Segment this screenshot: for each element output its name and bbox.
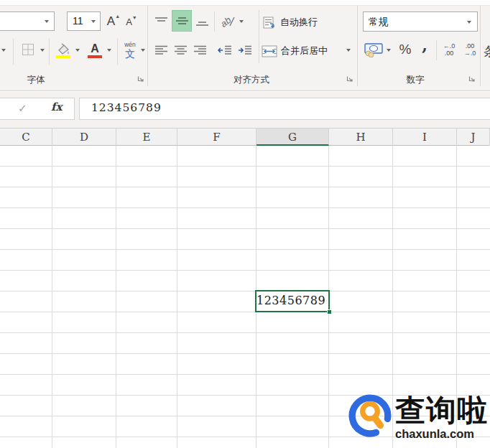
- middle-align-icon: [175, 15, 189, 27]
- insert-function-icon[interactable]: fx: [51, 101, 62, 113]
- column-header-F[interactable]: F: [177, 129, 256, 146]
- align-left-icon: [154, 45, 168, 56]
- increase-decimal-bottom: .00: [445, 50, 454, 57]
- chevron-down-icon[interactable]: [40, 49, 45, 52]
- column-header-D[interactable]: D: [52, 129, 116, 146]
- gridline-vertical: [177, 146, 177, 448]
- caret-up-icon: ▲: [115, 14, 120, 19]
- column-header-G[interactable]: G: [256, 129, 329, 146]
- ribbon-top-strip: [0, 0, 490, 6]
- align-right-button[interactable]: [191, 41, 209, 60]
- column-header-C[interactable]: C: [0, 129, 52, 146]
- merge-center-icon: [262, 45, 277, 57]
- alignment-dialog-launcher-icon[interactable]: [346, 75, 354, 83]
- selected-cell[interactable]: 123456789: [255, 290, 330, 312]
- increase-indent-icon: [238, 45, 252, 56]
- number-format-value: 常规: [369, 16, 388, 29]
- percent-style-button[interactable]: %: [395, 40, 415, 59]
- formula-bar: ✓ fx 123456789: [0, 92, 490, 128]
- phonetic-guide-button[interactable]: wén 文: [121, 37, 139, 63]
- chevron-down-icon[interactable]: [239, 20, 244, 23]
- separator: [436, 40, 437, 60]
- chevron-down-icon[interactable]: [141, 49, 145, 52]
- chevron-down-icon[interactable]: [75, 49, 80, 52]
- chevron-down-icon[interactable]: [91, 20, 96, 23]
- font-dialog-launcher-icon[interactable]: [137, 75, 145, 83]
- align-center-icon: [174, 45, 188, 56]
- separator: [13, 39, 14, 65]
- font-name-combobox[interactable]: [0, 11, 55, 31]
- decrease-decimal-bottom: →.0: [464, 50, 476, 57]
- increase-decimal-top: ←.0: [443, 42, 456, 50]
- enter-formula-icon[interactable]: ✓: [18, 102, 27, 115]
- increase-indent-button[interactable]: [236, 41, 254, 60]
- chevron-down-icon[interactable]: [107, 49, 111, 52]
- font-color-button[interactable]: A: [85, 39, 105, 62]
- phonetic-pinyin-label: wén: [124, 42, 136, 48]
- decrease-indent-button[interactable]: [216, 41, 234, 60]
- chevron-down-icon[interactable]: [346, 49, 351, 52]
- bottom-align-icon: [195, 17, 209, 27]
- number-group-label: 数字: [387, 73, 444, 87]
- formula-value: 123456789: [91, 101, 162, 114]
- bottom-align-button[interactable]: [193, 12, 211, 31]
- chevron-down-icon[interactable]: [1, 49, 6, 52]
- column-header-I[interactable]: I: [393, 129, 457, 146]
- group-separator: [357, 6, 358, 86]
- fill-handle[interactable]: [327, 309, 332, 314]
- excel-window: 11 A ▲ A ▼: [0, 0, 490, 448]
- number-dialog-launcher-icon[interactable]: [468, 75, 476, 83]
- banknote-icon: [364, 42, 383, 57]
- font-color-letter: A: [91, 43, 99, 54]
- fill-color-button[interactable]: [53, 39, 73, 62]
- phonetic-char-label: 文: [125, 48, 135, 60]
- caret-down-icon: ▼: [132, 15, 137, 20]
- column-header-E[interactable]: E: [116, 129, 177, 146]
- shrink-font-button[interactable]: A ▼: [123, 11, 140, 32]
- chevron-down-icon[interactable]: [467, 21, 471, 24]
- formula-input[interactable]: 123456789: [79, 98, 490, 120]
- merge-center-button[interactable]: 合并后居中: [262, 42, 342, 60]
- increase-decimal-button[interactable]: ←.0 .00: [439, 40, 459, 59]
- borders-button[interactable]: [19, 40, 37, 59]
- column-header-J[interactable]: J: [457, 129, 490, 146]
- middle-align-button[interactable]: [172, 10, 192, 32]
- font-color-bar: [88, 55, 102, 58]
- font-group-label: 字体: [14, 73, 57, 87]
- separator: [117, 39, 118, 65]
- wrap-text-button[interactable]: 自动换行: [263, 13, 335, 32]
- magnifier-logo-icon: [348, 393, 392, 438]
- align-left-button[interactable]: [152, 41, 170, 60]
- decrease-indent-icon: [218, 45, 232, 56]
- separator: [259, 10, 259, 63]
- grow-font-label: A: [107, 14, 115, 29]
- align-right-icon: [193, 45, 207, 56]
- grow-font-button[interactable]: A ▲: [105, 11, 122, 32]
- top-align-button[interactable]: [152, 12, 170, 31]
- gridline-vertical: [52, 146, 52, 448]
- column-headers: CDEFGHIJ: [0, 128, 490, 146]
- gridline-vertical: [116, 146, 116, 448]
- watermark: 查询啦 chaxunla.com: [348, 393, 489, 444]
- group-separator: [147, 6, 148, 86]
- column-header-H[interactable]: H: [329, 129, 393, 146]
- chevron-down-icon[interactable]: [45, 20, 49, 23]
- formula-bar-buttons: ✓ fx: [0, 98, 75, 120]
- borders-icon: [22, 43, 34, 56]
- watermark-url: chaxunla.com: [395, 427, 474, 441]
- font-size-combobox[interactable]: 11: [67, 11, 101, 31]
- wrap-text-label: 自动换行: [280, 16, 318, 29]
- orientation-button[interactable]: ab: [218, 11, 237, 32]
- top-align-icon: [154, 17, 168, 27]
- accounting-format-button[interactable]: [364, 39, 384, 60]
- merge-center-label: 合并后居中: [281, 45, 328, 57]
- alignment-group-label: 对齐方式: [208, 73, 295, 87]
- chevron-down-icon[interactable]: [387, 49, 391, 52]
- group-separator: [480, 6, 481, 86]
- align-center-button[interactable]: [172, 41, 190, 60]
- font-size-value: 11: [73, 15, 83, 27]
- number-format-combobox[interactable]: 常规: [363, 11, 478, 32]
- comma-style-button[interactable]: ,: [417, 36, 433, 55]
- decrease-decimal-button[interactable]: .00 →.0: [460, 40, 480, 59]
- percent-label: %: [399, 42, 412, 57]
